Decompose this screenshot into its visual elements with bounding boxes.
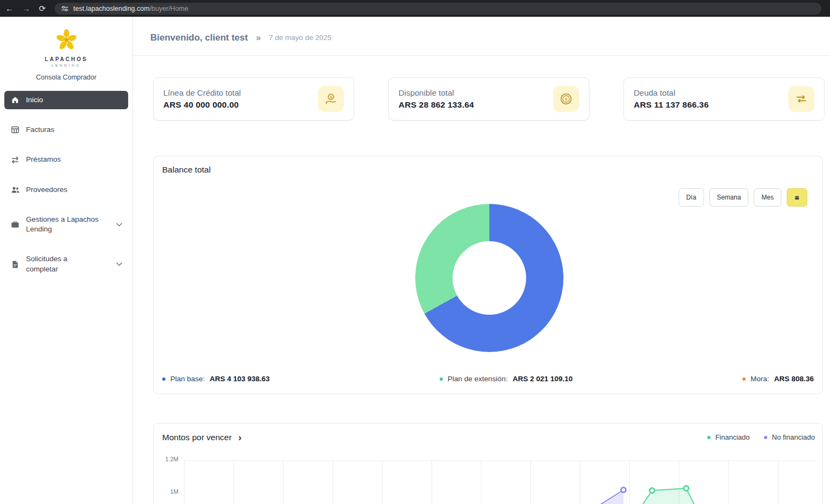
- balance-panel: Balance total Día Semana Mes Plan ba: [153, 156, 823, 394]
- welcome-title: Bienvenido, client test: [150, 32, 248, 43]
- no-financiado-point[interactable]: [621, 488, 626, 493]
- browser-toolbar: ← → ⟳ test.lapachoslending.com/buyer/Hom…: [0, 0, 830, 17]
- legend-label: Plan base:: [170, 375, 205, 383]
- double-chevron-icon: »: [256, 33, 261, 43]
- sidebar-item-solicitudes[interactable]: Solicitudes a completar: [4, 250, 128, 278]
- brand-subtitle: LENDING: [51, 64, 81, 67]
- card-value: ARS 40 000 000.00: [163, 100, 241, 110]
- card-title: Disponible total: [399, 88, 474, 97]
- debt-total-card: Deuda total ARS 11 137 866.36: [623, 77, 825, 121]
- back-icon[interactable]: ←: [5, 4, 14, 12]
- forward-icon[interactable]: →: [22, 4, 30, 12]
- sidebar-item-prestamos[interactable]: Préstamos: [4, 150, 128, 169]
- sidebar-item-inicio[interactable]: Inicio: [4, 91, 128, 109]
- chevron-down-icon[interactable]: [116, 262, 122, 266]
- filter-day-button[interactable]: Día: [679, 188, 704, 207]
- financiado-point[interactable]: [650, 488, 655, 493]
- available-total-card: Disponible total ARS 28 862 133.64 $: [388, 77, 589, 121]
- sidebar: LAPACHOS LENDING Consola Comprador Inici…: [0, 17, 133, 504]
- chevron-down-icon[interactable]: [116, 223, 122, 227]
- sidebar-nav: Inicio Facturas: [0, 91, 132, 278]
- invoices-table-icon: [10, 125, 20, 134]
- calendar-button[interactable]: [787, 188, 807, 207]
- address-bar[interactable]: test.lapachoslending.com/buyer/Home: [55, 3, 821, 15]
- url-domain: test.lapachoslending.com: [74, 5, 150, 12]
- lapachos-flower-logo: [53, 28, 80, 55]
- brand-name: LAPACHOS: [45, 56, 88, 62]
- card-title: Deuda total: [634, 88, 709, 97]
- legend-label: Plan de extensión:: [448, 375, 508, 383]
- url-text: test.lapachoslending.com/buyer/Home: [74, 5, 189, 12]
- balance-title: Balance total: [162, 165, 211, 175]
- plan-extension-dot-icon: [440, 377, 443, 381]
- svg-text:$: $: [565, 97, 568, 102]
- current-date: 7 de mayo de 2025: [269, 34, 331, 42]
- period-filters: Día Semana Mes: [679, 188, 807, 207]
- summary-cards: Línea de Crédito total ARS 40 000 000.00…: [133, 56, 830, 121]
- refresh-icon[interactable]: ⟳: [39, 4, 46, 12]
- site-settings-icon[interactable]: [61, 5, 69, 12]
- transfer-arrows-icon: [788, 86, 814, 112]
- sidebar-item-label: Inicio: [26, 95, 43, 105]
- legend-plan-extension: Plan de extensión: ARS 2 021 109.10: [440, 375, 573, 383]
- legend-plan-base: Plan base: ARS 4 103 938.63: [162, 375, 270, 383]
- document-icon: [10, 260, 20, 269]
- sidebar-item-label: Proveedores: [26, 185, 68, 195]
- legend-label: Mora:: [751, 375, 769, 383]
- credit-line-card: Línea de Crédito total ARS 40 000 000.00…: [153, 77, 354, 121]
- page: ← → ⟳ test.lapachoslending.com/buyer/Hom…: [0, 0, 830, 504]
- montos-chart-svg: [154, 423, 822, 504]
- page-header: Bienvenido, client test » 7 de mayo de 2…: [133, 17, 830, 56]
- legend-value: ARS 4 103 938.63: [210, 375, 270, 383]
- legend-mora: Mora: ARS 808.36: [742, 375, 814, 383]
- coin-icon: $: [553, 86, 579, 112]
- brand: LAPACHOS LENDING: [0, 17, 132, 67]
- sidebar-item-facturas[interactable]: Facturas: [4, 121, 128, 139]
- sidebar-item-proveedores[interactable]: Proveedores: [4, 181, 128, 199]
- legend-value: ARS 2 021 109.10: [513, 375, 573, 383]
- card-value: ARS 28 862 133.64: [399, 100, 474, 110]
- filter-month-button[interactable]: Mes: [754, 188, 781, 207]
- montos-panel: Montos por vencer › Financiado No financ…: [153, 423, 823, 504]
- people-icon: [10, 185, 20, 194]
- financiado-point[interactable]: [684, 486, 689, 491]
- sidebar-item-label: Solicitudes a completar: [26, 254, 85, 274]
- sidebar-item-gestiones[interactable]: Gestiones a Lapachos Lending: [4, 210, 128, 238]
- balance-donut: [415, 204, 563, 352]
- swap-arrows-icon: [10, 156, 20, 164]
- briefcase-icon: [10, 220, 20, 229]
- sidebar-item-label: Préstamos: [26, 155, 61, 164]
- url-path: /buyer/Home: [150, 5, 189, 12]
- console-label: Consola Comprador: [0, 74, 132, 81]
- main-content: Bienvenido, client test » 7 de mayo de 2…: [133, 17, 830, 504]
- mora-dot-icon: [742, 377, 746, 381]
- sidebar-item-label: Facturas: [26, 125, 55, 135]
- svg-text:$: $: [330, 95, 333, 100]
- sidebar-item-label: Gestiones a Lapachos Lending: [26, 215, 107, 234]
- card-value: ARS 11 137 866.36: [634, 100, 709, 110]
- home-icon: [10, 96, 20, 104]
- card-title: Línea de Crédito total: [163, 88, 241, 97]
- filter-week-button[interactable]: Semana: [709, 188, 749, 207]
- legend-value: ARS 808.36: [774, 375, 814, 383]
- money-hand-icon: $: [318, 86, 344, 112]
- plan-base-dot-icon: [162, 377, 165, 381]
- balance-legend: Plan base: ARS 4 103 938.63 Plan de exte…: [162, 375, 814, 383]
